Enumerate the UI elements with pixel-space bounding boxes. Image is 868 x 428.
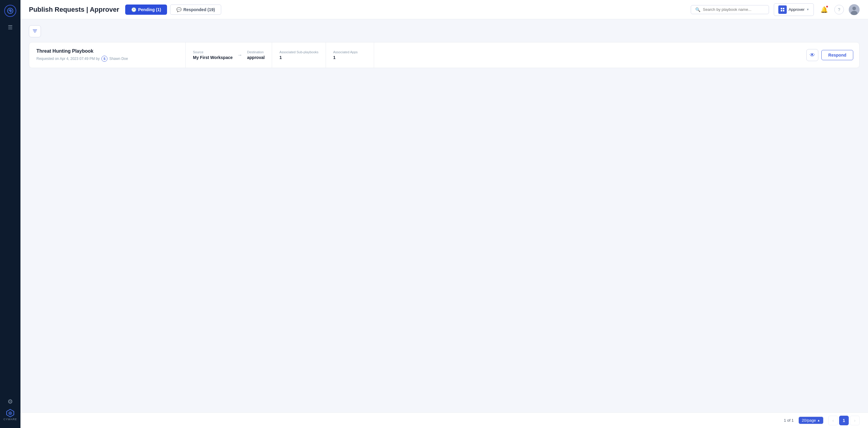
playbook-name: Threat Hunting Playbook [36,49,178,54]
sub-playbooks-label: Associated Sub-playbooks [279,50,318,54]
destination-block: Destination approval [247,50,265,60]
topbar: Publish Requests | Approver 🕐 Pending (1… [21,0,868,19]
per-page-value: 20/page [802,418,816,423]
page-nav: ‹ 1 › [828,416,860,425]
requester-name: Shawn Doe [109,57,128,61]
help-icon: ? [838,7,840,12]
notification-button[interactable]: 🔔 [819,4,830,15]
source-dest-section: Source My First Workspace → Destination … [186,42,272,68]
responded-icon: 💬 [176,7,182,12]
sub-playbooks-value: 1 [279,55,318,60]
card-actions: 👁 Respond [800,42,859,68]
destination-label: Destination [247,50,265,54]
chevron-down-icon: ▼ [806,8,809,11]
pending-label: Pending (1) [138,7,161,12]
cyware-text: CYWARE [3,418,17,421]
per-page-selector: 20/page ▲ [799,417,824,424]
destination-value: approval [247,55,265,60]
filter-icon [32,28,38,35]
sidebar: ☰ ⚙ CYWARE [0,0,21,428]
sub-playbooks-section: Associated Sub-playbooks 1 [272,42,326,68]
page-1-button[interactable]: 1 [839,416,849,425]
settings-icon[interactable]: ⚙ [7,398,13,405]
apps-label: Associated Apps [333,50,367,54]
card-main: Threat Hunting Playbook Requested on Apr… [29,42,186,68]
tab-group: 🕐 Pending (1) 💬 Responded (19) [125,4,221,15]
hamburger-icon[interactable]: ☰ [7,23,14,32]
source-value: My First Workspace [193,55,232,60]
apps-section: Associated Apps 1 [326,42,374,68]
svg-rect-4 [781,8,782,9]
source-block: Source My First Workspace [193,50,232,60]
requester-avatar: S [101,56,107,62]
card-meta: Requested on Apr 4, 2023 07:49 PM by S S… [36,56,178,62]
responded-label: Responded (19) [183,7,215,12]
page-title: Publish Requests | Approver [29,6,119,13]
topbar-left: Publish Requests | Approver 🕐 Pending (1… [29,4,221,15]
respond-button[interactable]: Respond [822,50,853,60]
pagination-bar: 1 of 1 20/page ▲ ‹ 1 › [21,412,868,428]
view-button[interactable]: 👁 [806,49,818,61]
per-page-button[interactable]: 20/page ▲ [799,417,824,424]
requested-on-text: Requested on Apr 4, 2023 07:49 PM by [36,57,100,61]
svg-rect-7 [783,10,784,11]
tab-responded[interactable]: 💬 Responded (19) [170,4,221,15]
request-card: Threat Hunting Playbook Requested on Apr… [29,42,860,68]
source-label: Source [193,50,232,54]
topbar-right: 🔍 Approver ▼ 🔔 [691,3,860,16]
tab-pending[interactable]: 🕐 Pending (1) [125,4,167,15]
notification-dot [826,5,829,8]
arrow-icon: → [238,52,242,58]
approver-label: Approver [788,7,805,12]
filter-bar [29,25,860,37]
prev-page-button[interactable]: ‹ [828,416,838,425]
approver-button[interactable]: Approver ▼ [774,3,814,16]
apps-value: 1 [333,55,367,60]
search-box[interactable]: 🔍 [691,5,769,14]
next-page-button[interactable]: › [850,416,860,425]
logo-icon[interactable] [4,5,16,17]
help-button[interactable]: ? [834,5,844,14]
pending-icon: 🕐 [131,7,136,12]
page-body: Threat Hunting Playbook Requested on Apr… [21,19,868,412]
svg-point-1 [10,10,11,11]
search-icon: 🔍 [695,7,700,12]
search-input[interactable] [703,7,765,12]
filter-button[interactable] [29,25,41,37]
avatar[interactable] [849,4,860,15]
page-info: 1 of 1 [784,418,794,423]
svg-marker-3 [8,411,12,415]
svg-rect-5 [783,8,784,9]
approver-icon [778,5,787,14]
cyware-logo: CYWARE [3,409,17,421]
chevron-up-icon: ▲ [817,419,820,422]
svg-rect-6 [781,10,782,11]
eye-icon: 👁 [810,52,815,58]
main-container: Publish Requests | Approver 🕐 Pending (1… [21,0,868,428]
svg-point-9 [852,7,856,10]
